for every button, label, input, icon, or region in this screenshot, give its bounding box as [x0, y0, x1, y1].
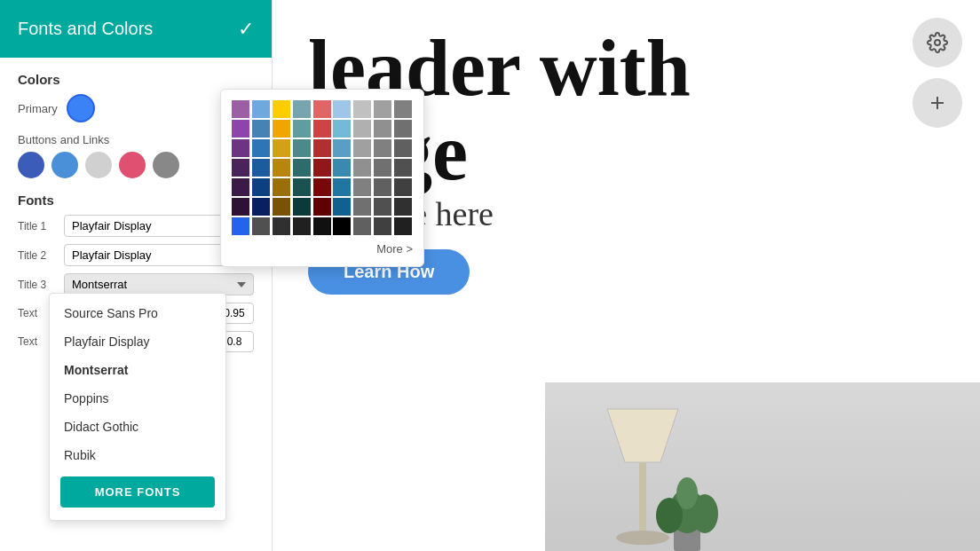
color-cell[interactable]	[333, 217, 351, 235]
color-cell[interactable]	[232, 198, 249, 216]
color-cell[interactable]	[293, 100, 311, 118]
colors-section-label: Colors	[18, 72, 254, 87]
color-cell[interactable]	[353, 178, 371, 196]
color-cell[interactable]	[394, 178, 412, 196]
color-cell[interactable]	[353, 120, 371, 138]
color-cell[interactable]	[394, 120, 412, 138]
panel-header: Fonts and Colors ✓	[0, 0, 272, 58]
color-cell[interactable]	[273, 159, 290, 177]
dropdown-item-poppins[interactable]: Poppins	[50, 384, 225, 413]
color-cell[interactable]	[252, 217, 270, 235]
swatch-pink[interactable]	[119, 152, 146, 178]
color-cell[interactable]	[252, 198, 270, 216]
color-cell[interactable]	[293, 120, 311, 138]
color-cell[interactable]	[293, 198, 311, 216]
primary-color-row: Primary	[18, 94, 254, 122]
color-cell[interactable]	[232, 100, 249, 118]
color-cell[interactable]	[394, 198, 412, 216]
font-row-title2: Title 2 Playfair Display Montserrat Sour…	[18, 244, 254, 266]
color-cell[interactable]	[273, 100, 290, 118]
color-cell[interactable]	[313, 120, 331, 138]
color-cell[interactable]	[252, 100, 270, 118]
color-cell[interactable]	[394, 159, 412, 177]
primary-color-swatch[interactable]	[67, 94, 95, 122]
color-cell[interactable]	[353, 100, 371, 118]
color-cell[interactable]	[333, 120, 351, 138]
color-cell[interactable]	[374, 120, 391, 138]
swatch-gray-dark[interactable]	[153, 152, 179, 178]
color-cell[interactable]	[252, 139, 270, 157]
color-cell[interactable]	[232, 120, 249, 138]
color-grid	[232, 100, 413, 235]
color-cell[interactable]	[394, 139, 412, 157]
gear-icon	[927, 32, 948, 53]
panel-title: Fonts and Colors	[18, 19, 153, 39]
buttons-links-label: Buttons and Links	[18, 133, 254, 146]
color-cell[interactable]	[394, 100, 412, 118]
color-cell[interactable]	[374, 159, 391, 177]
color-cell[interactable]	[333, 198, 351, 216]
color-cell[interactable]	[313, 159, 331, 177]
color-cell[interactable]	[353, 198, 371, 216]
color-cell[interactable]	[273, 178, 290, 196]
color-cell[interactable]	[232, 139, 249, 157]
color-cell[interactable]	[232, 178, 249, 196]
color-cell[interactable]	[394, 217, 412, 235]
color-cell[interactable]	[313, 178, 331, 196]
color-cell[interactable]	[252, 120, 270, 138]
color-cell[interactable]	[293, 139, 311, 157]
color-cell[interactable]	[252, 178, 270, 196]
confirm-icon[interactable]: ✓	[238, 18, 254, 41]
color-cell[interactable]	[374, 139, 391, 157]
color-cell[interactable]	[273, 120, 290, 138]
main-content: leader with nage r subtitle here Learn H…	[273, 0, 980, 551]
swatch-blue-dark[interactable]	[18, 152, 44, 178]
color-cell[interactable]	[232, 217, 249, 235]
settings-button[interactable]	[913, 18, 962, 67]
color-cell[interactable]	[374, 100, 391, 118]
hero-image	[545, 382, 980, 551]
svg-point-7	[676, 477, 698, 509]
color-cell[interactable]	[374, 178, 391, 196]
color-cell[interactable]	[374, 198, 391, 216]
title1-label: Title 1	[18, 220, 57, 232]
add-button[interactable]	[913, 78, 962, 128]
color-cell[interactable]	[273, 139, 290, 157]
plus-icon	[927, 92, 948, 114]
swatch-gray[interactable]	[85, 152, 112, 178]
color-cell[interactable]	[353, 159, 371, 177]
color-cell[interactable]	[333, 100, 351, 118]
dropdown-item-playfair[interactable]: Playfair Display	[50, 327, 225, 356]
svg-point-8	[935, 40, 940, 45]
color-cell[interactable]	[293, 159, 311, 177]
fonts-section-label: Fonts	[18, 193, 254, 208]
color-cell[interactable]	[293, 217, 311, 235]
color-cell[interactable]	[353, 217, 371, 235]
right-buttons	[913, 18, 962, 128]
color-cell[interactable]	[333, 139, 351, 157]
dropdown-item-didact[interactable]: Didact Gothic	[50, 413, 225, 441]
color-cell[interactable]	[273, 198, 290, 216]
color-cell[interactable]	[333, 159, 351, 177]
color-cell[interactable]	[293, 178, 311, 196]
color-cell[interactable]	[313, 139, 331, 157]
color-cell[interactable]	[232, 159, 249, 177]
color-swatches-row	[18, 152, 254, 178]
more-fonts-button[interactable]: MORE FONTS	[60, 476, 215, 508]
color-cell[interactable]	[313, 217, 331, 235]
color-cell[interactable]	[353, 139, 371, 157]
dropdown-item-rubik[interactable]: Rubik	[50, 441, 225, 469]
svg-point-5	[656, 498, 683, 533]
title3-label: Title 3	[18, 279, 57, 291]
dropdown-item-source-sans[interactable]: Source Sans Pro	[50, 299, 225, 327]
color-cell[interactable]	[252, 159, 270, 177]
more-colors-link[interactable]: More >	[232, 242, 413, 256]
color-cell[interactable]	[313, 100, 331, 118]
color-cell[interactable]	[333, 178, 351, 196]
color-cell[interactable]	[374, 217, 391, 235]
color-cell[interactable]	[313, 198, 331, 216]
color-cell[interactable]	[273, 217, 290, 235]
dropdown-item-montserrat[interactable]: Montserrat	[50, 356, 225, 384]
swatch-blue-mid[interactable]	[51, 152, 78, 178]
title2-label: Title 2	[18, 249, 57, 262]
